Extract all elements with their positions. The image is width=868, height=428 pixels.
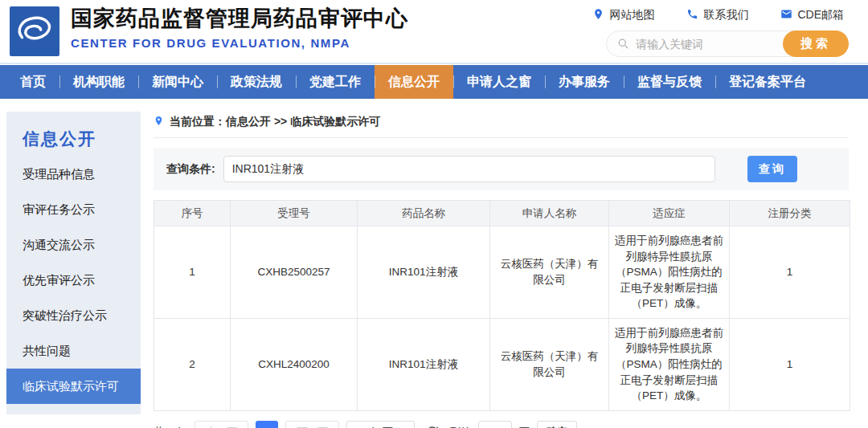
site-title: 国家药品监督管理局药品审评中心 xyxy=(71,6,408,31)
nav-item-info-disclosure[interactable]: 信息公开 xyxy=(375,65,453,99)
search-icon xyxy=(617,38,629,50)
sidebar-item-accepted-varieties[interactable]: 受理品种信息 xyxy=(6,157,141,192)
quick-link-label: CDE邮箱 xyxy=(797,8,844,22)
page-size-select[interactable]: 10 条/页 xyxy=(346,421,415,428)
query-panel: 查询条件: 查询 xyxy=(154,148,849,190)
pagination: 共 2 条 上一页 1 下一页 10 条/页 到第 页 确定 xyxy=(154,421,849,428)
search-input[interactable] xyxy=(629,38,783,51)
sidebar-item-clinical-trial-implied-license[interactable]: 临床试验默示许可 xyxy=(6,369,141,404)
breadcrumb: 当前位置：信息公开 >> 临床试验默示许可 xyxy=(154,112,849,138)
site-subtitle: CENTER FOR DRUG EVALUATION, NMPA xyxy=(71,36,408,50)
confirm-button[interactable]: 确定 xyxy=(537,421,577,428)
cell-acceptance-no: CXHL2400200 xyxy=(231,318,358,410)
cell-drug-name: INR101注射液 xyxy=(358,318,490,410)
query-label: 查询条件: xyxy=(166,162,215,177)
nav-item-home[interactable]: 首页 xyxy=(6,65,59,99)
nav-item-applicant-window[interactable]: 申请人之窗 xyxy=(453,65,545,99)
sidebar-item-common-issues[interactable]: 共性问题 xyxy=(6,333,141,369)
search-button[interactable]: 搜索 xyxy=(783,31,849,57)
nav-item-party[interactable]: 党建工作 xyxy=(296,65,375,99)
sidebar-item-breakthrough-therapy[interactable]: 突破性治疗公示 xyxy=(6,298,141,333)
site-title-block: 国家药品监督管理局药品审评中心 CENTER FOR DRUG EVALUATI… xyxy=(71,6,408,50)
nav-item-registration-platform[interactable]: 登记备案平台 xyxy=(715,65,820,99)
query-button[interactable]: 查询 xyxy=(747,156,797,182)
page-size-value: 10 条/页 xyxy=(354,425,393,428)
sidebar-item-marketed-drugs[interactable]: 上市药品信息 xyxy=(6,404,141,414)
quick-link-contact[interactable]: 联系我们 xyxy=(686,8,748,22)
prev-page-button[interactable]: 上一页 xyxy=(194,421,248,428)
site-header: 国家药品监督管理局药品审评中心 CENTER FOR DRUG EVALUATI… xyxy=(0,0,868,64)
col-header-acceptance-no: 受理号 xyxy=(231,201,358,226)
location-pin-icon xyxy=(592,8,604,22)
sidebar-item-communication[interactable]: 沟通交流公示 xyxy=(6,227,141,263)
pagination-total: 共 2 条 xyxy=(154,425,186,428)
table-row: 1 CXHB2500257 INR101注射液 云核医药（天津）有限公司 适用于… xyxy=(154,226,850,319)
goto-page-input[interactable] xyxy=(478,421,512,428)
header-quick-links: 网站地图 联系我们 CDE邮箱 xyxy=(592,8,844,22)
location-pin-icon xyxy=(154,115,164,129)
results-table: 序号 受理号 药品名称 申请人名称 适应症 注册分类 1 CXHB2500257… xyxy=(154,200,850,411)
query-input[interactable] xyxy=(223,156,715,182)
next-page-button[interactable]: 下一页 xyxy=(285,421,339,428)
cell-drug-name: INR101注射液 xyxy=(358,226,490,319)
main-panel: 当前位置：信息公开 >> 临床试验默示许可 查询条件: 查询 序号 受理号 药品… xyxy=(154,112,849,414)
cell-registration-class: 1 xyxy=(730,226,850,319)
envelope-icon xyxy=(780,8,792,22)
cell-applicant: 云核医药（天津）有限公司 xyxy=(490,226,609,319)
sidebar-item-priority-review[interactable]: 优先审评公示 xyxy=(6,263,141,298)
col-header-drug-name: 药品名称 xyxy=(358,201,490,226)
cde-logo-swirl-icon xyxy=(10,6,59,56)
goto-page-label: 到第 xyxy=(450,425,471,428)
nav-item-services[interactable]: 办事服务 xyxy=(545,65,624,99)
site-search: 搜索 xyxy=(606,31,849,57)
page: 国家药品监督管理局药品审评中心 CENTER FOR DRUG EVALUATI… xyxy=(0,0,868,428)
sidebar-item-review-tasks[interactable]: 审评任务公示 xyxy=(6,192,141,227)
page-unit-label: 页 xyxy=(519,425,530,428)
table-row: 2 CXHL2400200 INR101注射液 云核医药（天津）有限公司 适用于… xyxy=(154,318,850,410)
col-header-indication: 适应症 xyxy=(609,201,730,226)
main-nav: 首页 机构职能 新闻中心 政策法规 党建工作 信息公开 申请人之窗 办事服务 监… xyxy=(0,65,868,99)
breadcrumb-text: 当前位置：信息公开 >> 临床试验默示许可 xyxy=(170,115,380,129)
phone-icon xyxy=(686,8,698,22)
cell-acceptance-no: CXHB2500257 xyxy=(231,226,358,319)
nav-item-policies[interactable]: 政策法规 xyxy=(217,65,296,99)
quick-link-sitemap[interactable]: 网站地图 xyxy=(592,8,654,22)
nav-item-news[interactable]: 新闻中心 xyxy=(138,65,217,99)
page-number-button[interactable]: 1 xyxy=(256,421,278,428)
refresh-icon[interactable] xyxy=(425,425,440,428)
sidebar: 信息公开 受理品种信息 审评任务公示 沟通交流公示 优先审评公示 突破性治疗公示… xyxy=(6,112,141,414)
col-header-registration-class: 注册分类 xyxy=(730,201,850,226)
nav-item-supervision-feedback[interactable]: 监督与反馈 xyxy=(624,65,715,99)
cell-indication: 适用于前列腺癌患者前列腺特异性膜抗原（PSMA）阳性病灶的正电子发射断层扫描（P… xyxy=(609,226,730,319)
table-header-row: 序号 受理号 药品名称 申请人名称 适应症 注册分类 xyxy=(154,201,850,226)
sidebar-title: 信息公开 xyxy=(6,112,141,157)
col-header-seq: 序号 xyxy=(154,201,231,226)
nav-item-functions[interactable]: 机构职能 xyxy=(59,65,138,99)
quick-link-label: 网站地图 xyxy=(609,8,654,22)
cde-logo[interactable] xyxy=(10,6,59,56)
quick-link-mail[interactable]: CDE邮箱 xyxy=(780,8,844,22)
col-header-applicant: 申请人名称 xyxy=(490,201,609,226)
cell-seq: 1 xyxy=(154,226,231,319)
cell-seq: 2 xyxy=(154,318,231,410)
cell-indication: 适用于前列腺癌患者前列腺特异性膜抗原（PSMA）阳性病灶的正电子发射断层扫描（P… xyxy=(609,318,730,410)
cell-registration-class: 1 xyxy=(730,318,850,410)
quick-link-label: 联系我们 xyxy=(703,8,748,22)
content: 信息公开 受理品种信息 审评任务公示 沟通交流公示 优先审评公示 突破性治疗公示… xyxy=(0,99,868,414)
cell-applicant: 云核医药（天津）有限公司 xyxy=(490,318,609,410)
